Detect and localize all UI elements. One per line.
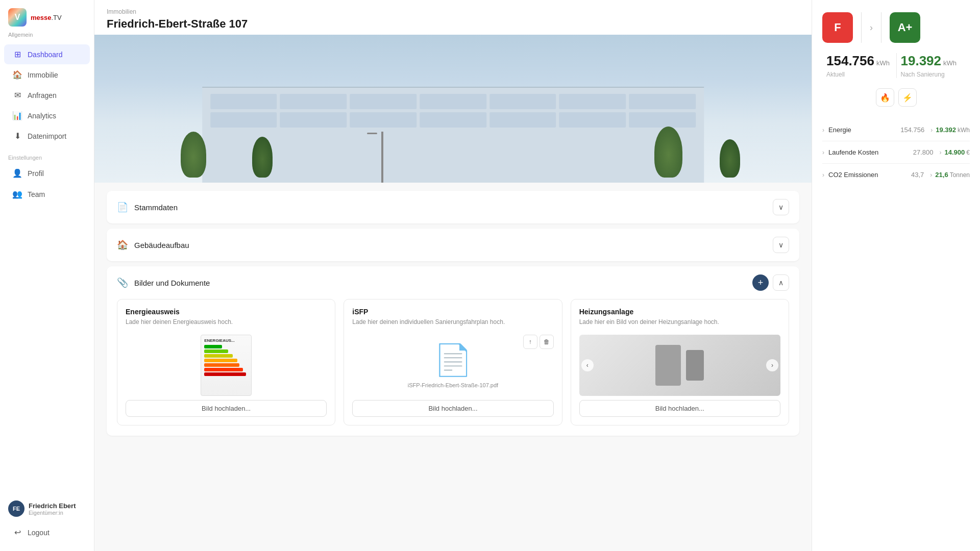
stammdaten-header[interactable]: 📄 Stammdaten ∨	[107, 191, 799, 223]
badge-arrow: ›	[870, 22, 873, 33]
sections-area: 📄 Stammdaten ∨ 🏠 Gebäudeaufbau ∨ 📎 Bilde…	[94, 183, 812, 551]
bilder-section: 📎 Bilder und Dokumente + ∧ Energieauswei…	[107, 266, 799, 436]
isfp-upload-button[interactable]: Bild hochladen...	[352, 400, 553, 417]
page-title: Friedrich-Ebert-Straße 107	[107, 17, 799, 31]
file-icon: 📄	[434, 342, 472, 378]
isfp-delete-button[interactable]: 🗑	[540, 335, 554, 349]
heizung-prev-button[interactable]: ‹	[581, 359, 594, 371]
property-image	[94, 35, 812, 183]
metric-before: 27.800	[913, 148, 934, 156]
gebaeude-section: 🏠 Gebäudeaufbau ∨	[107, 229, 799, 261]
settings-section-title: Einstellungen	[0, 146, 94, 163]
energy-after-col: 19.392 kWh Nach Sanierung	[896, 53, 970, 78]
doc-card-heizung: Heizungsanlage Lade hier ein Bild von de…	[571, 299, 789, 425]
isfp-filename: iSFP-Friedrich-Ebert-Straße-107.pdf	[408, 382, 498, 388]
person-icon: 👤	[12, 168, 22, 178]
energy-badges: F › A+	[822, 12, 970, 43]
energieausweis-preview: ENERGIEAUS...	[126, 335, 327, 396]
energy-badge-current: F	[822, 12, 853, 43]
avatar: FE	[8, 500, 24, 517]
metric-name: Energie	[828, 126, 900, 134]
sidebar-item-label: Datenimport	[28, 132, 66, 140]
doc-desc: Lade hier ein Bild von deiner Heizungsan…	[579, 318, 780, 327]
breadcrumb: Immobilien	[107, 8, 799, 15]
heizung-image: ‹ ›	[579, 335, 780, 396]
bilder-header[interactable]: 📎 Bilder und Dokumente + ∧	[107, 266, 799, 299]
metric-arrow: ›	[930, 171, 932, 179]
metric-chevron: ›	[822, 149, 824, 156]
metric-before: 154.756	[900, 126, 924, 134]
user-info: Friedrich Ebert Eigentümer:in	[29, 502, 76, 516]
gebaeude-toggle[interactable]: ∨	[773, 237, 789, 253]
energy-current-unit: kWh	[876, 59, 890, 67]
gebaeude-header[interactable]: 🏠 Gebäudeaufbau ∨	[107, 229, 799, 261]
mail-icon: ✉	[12, 90, 22, 100]
doc-title: Heizungsanlage	[579, 308, 780, 316]
metric-row-energie[interactable]: › Energie 154.756 › 19.392 kWh	[822, 119, 970, 141]
isfp-preview: ↑ 🗑 📄 iSFP-Friedrich-Ebert-Straße-107.pd…	[352, 335, 553, 396]
dashboard-icon: ⊞	[12, 49, 22, 59]
metric-name: Laufende Kosten	[828, 148, 913, 156]
energy-flame-button[interactable]: 🔥	[876, 88, 894, 107]
documents-grid: Energieausweis Lade hier deinen Energiea…	[107, 299, 799, 436]
sidebar-item-analytics[interactable]: 📊 Analytics	[4, 106, 90, 126]
heizung-content	[655, 345, 704, 386]
right-panel: F › A+ 154.756 kWh Aktuell 19.392 kWh Na…	[812, 0, 980, 551]
logo-area: V messe.TV	[0, 0, 94, 31]
metric-row-kosten[interactable]: › Laufende Kosten 27.800 › 14.900 €	[822, 141, 970, 164]
sidebar-item-label: Anfragen	[28, 91, 57, 99]
metric-unit: kWh	[958, 127, 970, 134]
metric-row-co2[interactable]: › CO2 Emissionen 43,7 › 21,6 Tonnen	[822, 164, 970, 186]
sidebar-item-logout[interactable]: ↩ Logout	[4, 522, 90, 542]
sidebar-item-immobilie[interactable]: 🏠 Immobilie	[4, 65, 90, 85]
sidebar-item-label: Profil	[28, 169, 44, 178]
metric-after: 19.392	[936, 126, 956, 134]
document-icon: 📄	[117, 202, 128, 213]
energy-thumb: ENERGIEAUS...	[201, 335, 252, 396]
metric-chevron: ›	[822, 171, 824, 179]
doc-desc: Lade hier deinen individuellen Sanierung…	[352, 318, 553, 327]
metric-name: CO2 Emissionen	[828, 171, 911, 179]
metric-after: 14.900	[945, 148, 965, 156]
heizung-next-button[interactable]: ›	[766, 359, 778, 371]
doc-title: iSFP	[352, 308, 553, 316]
sidebar-item-team[interactable]: 👥 Team	[4, 184, 90, 204]
energy-after-label: Nach Sanierung	[901, 71, 966, 78]
chart-icon: 📊	[12, 111, 22, 120]
sidebar-item-profil[interactable]: 👤 Profil	[4, 163, 90, 183]
heizung-preview: ↑ 🗑 ‹ ›	[579, 335, 780, 396]
bilder-controls: + ∧	[752, 274, 789, 291]
sidebar-item-label: Dashboard	[28, 51, 63, 59]
building-icon: 🏠	[117, 239, 128, 251]
metric-before: 43,7	[911, 171, 924, 179]
sidebar-item-label: Team	[28, 190, 45, 198]
energy-current-label: Aktuell	[826, 71, 892, 78]
metrics-list: › Energie 154.756 › 19.392 kWh › Laufend…	[822, 119, 970, 186]
stammdaten-controls: ∨	[773, 199, 789, 215]
metric-arrow: ›	[930, 127, 933, 134]
energieausweis-upload-button[interactable]: Bild hochladen...	[126, 400, 327, 417]
heizung-upload-button[interactable]: Bild hochladen...	[579, 400, 780, 417]
bilder-toggle[interactable]: ∧	[773, 274, 789, 291]
sidebar-item-datenimport[interactable]: ⬇ Datenimport	[4, 126, 90, 146]
sidebar-bottom: FE Friedrich Ebert Eigentümer:in ↩ Logou…	[0, 495, 94, 543]
doc-card-energieausweis: Energieausweis Lade hier deinen Energiea…	[117, 299, 335, 425]
badge-divider	[861, 12, 862, 43]
stammdaten-toggle[interactable]: ∨	[773, 199, 789, 215]
sidebar-item-dashboard[interactable]: ⊞ Dashboard	[4, 44, 90, 64]
energy-badge-after: A+	[890, 12, 920, 43]
isfp-share-button[interactable]: ↑	[523, 335, 537, 349]
energy-bolt-button[interactable]: ⚡	[898, 88, 917, 107]
metric-unit: Tonnen	[950, 171, 970, 179]
user-card[interactable]: FE Friedrich Ebert Eigentümer:in	[0, 495, 94, 522]
sidebar-item-anfragen[interactable]: ✉ Anfragen	[4, 85, 90, 105]
add-document-button[interactable]: +	[752, 274, 769, 291]
logout-icon: ↩	[12, 528, 22, 537]
doc-title: Energieausweis	[126, 308, 327, 316]
clip-icon: 📎	[117, 277, 128, 288]
property-section: Immobilien Friedrich-Ebert-Straße 107	[94, 0, 812, 183]
bilder-title: Bilder und Dokumente	[134, 279, 746, 287]
metric-arrow: ›	[940, 149, 942, 156]
energy-after-unit: kWh	[943, 59, 957, 67]
doc-desc: Lade hier deinen Energieausweis hoch.	[126, 318, 327, 327]
